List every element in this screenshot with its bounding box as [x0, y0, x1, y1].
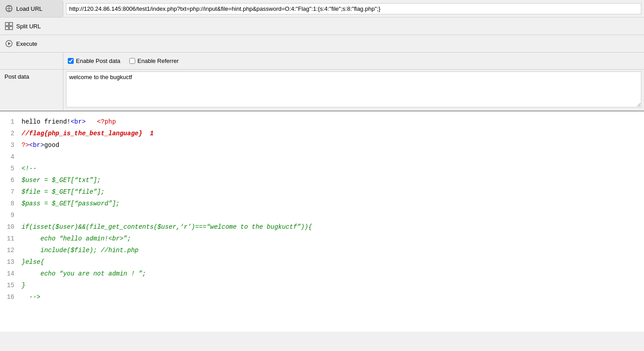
- url-input[interactable]: [66, 3, 641, 14]
- execute-label: Execute: [16, 40, 37, 47]
- code-line-2: 2 //flag{php_is_the_best_language} 1: [0, 128, 644, 139]
- split-url-row: Split URL: [0, 18, 644, 35]
- enable-referrer-text: Enable Referrer: [137, 58, 179, 64]
- code-line-4: 4: [0, 151, 644, 163]
- code-line-13: 13 }else{: [0, 256, 644, 268]
- execute-row: Execute: [0, 35, 644, 52]
- checkboxes-row: Enable Post data Enable Referrer: [0, 53, 644, 70]
- postdata-input-cell: welcome to the bugkuctf: [63, 70, 644, 111]
- code-line-11: 11 echo “hello admin!<br>”;: [0, 233, 644, 244]
- url-input-wrapper: [63, 1, 644, 16]
- code-line-16: 16 -->: [0, 291, 644, 303]
- split-url-label: Split URL: [16, 23, 41, 30]
- svg-rect-3: [5, 22, 9, 26]
- enable-referrer-checkbox[interactable]: [129, 58, 135, 64]
- load-url-icon: [4, 4, 13, 13]
- enable-post-data-checkbox[interactable]: [68, 58, 74, 64]
- enable-post-data-checkbox-label[interactable]: Enable Post data: [68, 58, 120, 64]
- code-line-5: 5 <!--: [0, 163, 644, 174]
- svg-marker-8: [8, 42, 11, 45]
- svg-rect-5: [5, 27, 9, 30]
- svg-rect-6: [9, 27, 13, 30]
- postdata-textarea[interactable]: welcome to the bugkuctf: [66, 71, 641, 107]
- svg-rect-4: [9, 22, 13, 26]
- enable-post-data-text: Enable Post data: [76, 58, 120, 64]
- execute-icon: [4, 39, 13, 48]
- code-line-8: 8 $pass = $_GET[“password”];: [0, 198, 644, 209]
- code-line-15: 15 }: [0, 280, 644, 291]
- checkboxes-area: Enable Post data Enable Referrer: [63, 53, 644, 69]
- load-url-row: Load URL: [0, 0, 644, 18]
- enable-referrer-checkbox-label[interactable]: Enable Referrer: [129, 58, 179, 64]
- split-url-icon: [4, 22, 13, 31]
- load-url-button[interactable]: Load URL: [0, 0, 63, 17]
- split-url-button[interactable]: Split URL: [0, 18, 63, 35]
- code-line-12: 12 include($file); //hint.php: [0, 244, 644, 256]
- code-line-6: 6 $user = $_GET[“txt”];: [0, 174, 644, 186]
- postdata-label: Post data: [0, 70, 63, 111]
- code-line-1: 1 hello friend!<br> <?php: [0, 116, 644, 128]
- code-line-7: 7 $file = $_GET[“file”];: [0, 186, 644, 198]
- code-line-9: 9: [0, 209, 644, 221]
- code-line-3: 3 ?><br>good: [0, 139, 644, 151]
- load-url-label: Load URL: [16, 5, 43, 12]
- code-output-area: 1 hello friend!<br> <?php 2 //flag{php_i…: [0, 111, 644, 332]
- postdata-section: Post data welcome to the bugkuctf: [0, 70, 644, 111]
- code-line-14: 14 echo “you are not admin ! ”;: [0, 268, 644, 280]
- code-line-10: 10 if(isset($user)&&(file_get_contents($…: [0, 221, 644, 233]
- execute-button[interactable]: Execute: [0, 35, 63, 52]
